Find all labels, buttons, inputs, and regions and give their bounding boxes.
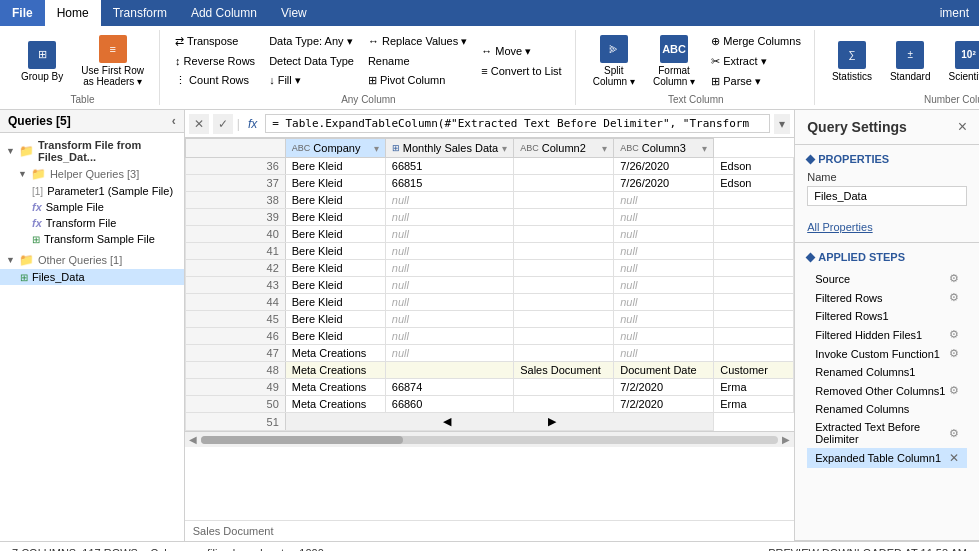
step-item[interactable]: Renamed Columns1 bbox=[807, 363, 967, 381]
table-cell: null bbox=[614, 260, 714, 277]
company-cell: Bere Kleid bbox=[285, 192, 385, 209]
rename-button[interactable]: Rename bbox=[363, 52, 472, 70]
sidebar-item-transform-sample[interactable]: ⊞ Transform Sample File bbox=[0, 231, 184, 247]
col4-cell bbox=[714, 209, 794, 226]
scroll-right-btn[interactable]: ▶ bbox=[782, 434, 790, 445]
col-header-company[interactable]: ABC Company ▾ bbox=[285, 139, 385, 158]
merge-columns-button[interactable]: ⊕ Merge Columns bbox=[706, 32, 806, 51]
col2-cell bbox=[514, 379, 614, 396]
sidebar-item-transform-file[interactable]: fx Transform File bbox=[0, 215, 184, 231]
name-input[interactable] bbox=[807, 186, 967, 206]
count-rows-button[interactable]: ⋮ Count Rows bbox=[170, 71, 260, 90]
gear-icon[interactable]: ⚙ bbox=[949, 328, 959, 341]
step-label: Source bbox=[815, 273, 850, 285]
sidebar-collapse-btn[interactable]: ‹ bbox=[172, 114, 176, 128]
fill-button[interactable]: ↓ Fill ▾ bbox=[264, 71, 359, 90]
col2-cell bbox=[514, 175, 614, 192]
folder-icon-2: 📁 bbox=[31, 167, 46, 181]
sidebar-item-files-data[interactable]: ⊞ Files_Data bbox=[0, 269, 184, 285]
step-item[interactable]: Invoke Custom Function1 ⚙ bbox=[807, 344, 967, 363]
data-type-button[interactable]: Data Type: Any ▾ bbox=[264, 32, 359, 51]
step-label: Filtered Hidden Files1 bbox=[815, 329, 922, 341]
transpose-button[interactable]: ⇄ Transpose bbox=[170, 32, 260, 51]
formula-back-btn[interactable]: ✕ bbox=[189, 114, 209, 134]
gear-icon[interactable]: ⚙ bbox=[949, 347, 959, 360]
standard-button[interactable]: ± Standard bbox=[883, 36, 938, 87]
step-icons: ⚙ bbox=[949, 384, 959, 397]
name-label: Name bbox=[807, 171, 967, 183]
step-icons: ⚙ bbox=[949, 347, 959, 360]
col-filter-col3[interactable]: ▾ bbox=[702, 143, 707, 154]
right-panel-close-btn[interactable]: × bbox=[958, 118, 967, 136]
table-cell: null bbox=[385, 209, 513, 226]
table-icon-transform-sample: ⊞ bbox=[32, 234, 40, 245]
convert-to-list-button[interactable]: ≡ Convert to List bbox=[476, 62, 566, 80]
col-filter-company[interactable]: ▾ bbox=[374, 143, 379, 154]
col-filter-col2[interactable]: ▾ bbox=[602, 143, 607, 154]
format-column-button[interactable]: ABC FormatColumn ▾ bbox=[646, 30, 702, 92]
formula-input[interactable] bbox=[265, 114, 770, 133]
gear-icon[interactable]: ⚙ bbox=[949, 384, 959, 397]
step-item[interactable]: Expanded Table Column1 ✕ bbox=[807, 448, 967, 468]
sidebar-section-transform[interactable]: ▼ 📁 Transform File from Files_Dat... bbox=[0, 137, 184, 165]
col2-cell bbox=[514, 158, 614, 175]
row-num: 39 bbox=[185, 209, 285, 226]
all-properties-link[interactable]: All Properties bbox=[807, 221, 872, 233]
col-filter-monthly[interactable]: ▾ bbox=[502, 143, 507, 154]
col-header-col2[interactable]: ABC Column2 ▾ bbox=[514, 139, 614, 158]
step-item[interactable]: Filtered Hidden Files1 ⚙ bbox=[807, 325, 967, 344]
step-item[interactable]: Extracted Text Before Delimiter ⚙ bbox=[807, 418, 967, 448]
reverse-rows-button[interactable]: ↕ Reverse Rows bbox=[170, 52, 260, 70]
step-label: Expanded Table Column1 bbox=[815, 452, 941, 464]
formula-expand-btn[interactable]: ▾ bbox=[774, 114, 790, 134]
tab-view[interactable]: View bbox=[269, 0, 319, 26]
table-cell: null bbox=[385, 243, 513, 260]
gear-icon[interactable]: ⚙ bbox=[949, 427, 959, 440]
tab-file[interactable]: File bbox=[0, 0, 45, 26]
scroll-track-h[interactable] bbox=[201, 436, 778, 444]
data-table-container[interactable]: ABC Company ▾ ⊞ Monthly Sales Data ▾ bbox=[185, 138, 794, 520]
step-item[interactable]: Filtered Rows1 bbox=[807, 307, 967, 325]
col-header-monthly[interactable]: ⊞ Monthly Sales Data ▾ bbox=[385, 139, 513, 158]
scroll-left-btn[interactable]: ◀ bbox=[189, 434, 197, 445]
col-header-col3[interactable]: ABC Column3 ▾ bbox=[614, 139, 714, 158]
sidebar-section-other[interactable]: ▼ 📁 Other Queries [1] bbox=[0, 251, 184, 269]
gear-icon[interactable]: ⚙ bbox=[949, 291, 959, 304]
formula-confirm-btn[interactable]: ✓ bbox=[213, 114, 233, 134]
step-item[interactable]: Source ⚙ bbox=[807, 269, 967, 288]
use-first-row-button[interactable]: ≡ Use First Rowas Headers ▾ bbox=[74, 30, 151, 92]
col4-cell bbox=[714, 260, 794, 277]
ribbon-body: ⊞ Group By ≡ Use First Rowas Headers ▾ T… bbox=[0, 26, 979, 109]
move-button[interactable]: ↔ Move ▾ bbox=[476, 42, 566, 61]
col4-cell: Erma bbox=[714, 396, 794, 413]
sidebar-section-helper[interactable]: ▼ 📁 Helper Queries [3] bbox=[0, 165, 184, 183]
extract-button[interactable]: ✂ Extract ▾ bbox=[706, 52, 806, 71]
replace-values-button[interactable]: ↔ Replace Values ▾ bbox=[363, 32, 472, 51]
statistics-button[interactable]: ∑ Statistics bbox=[825, 36, 879, 87]
tab-home[interactable]: Home bbox=[45, 0, 101, 26]
step-close-btn[interactable]: ✕ bbox=[949, 451, 959, 465]
col2-cell bbox=[514, 243, 614, 260]
chevron-down-icon-3: ▼ bbox=[6, 255, 15, 265]
row-num: 38 bbox=[185, 192, 285, 209]
step-item[interactable]: Renamed Columns bbox=[807, 400, 967, 418]
gear-icon[interactable]: ⚙ bbox=[949, 272, 959, 285]
step-item[interactable]: Filtered Rows ⚙ bbox=[807, 288, 967, 307]
tab-add-column[interactable]: Add Column bbox=[179, 0, 269, 26]
sidebar-item-sample-file[interactable]: fx Sample File bbox=[0, 199, 184, 215]
sidebar-label-helper: Helper Queries [3] bbox=[50, 168, 139, 180]
row-num: 44 bbox=[185, 294, 285, 311]
scientific-button[interactable]: 10² Scientific bbox=[942, 36, 980, 87]
tab-transform[interactable]: Transform bbox=[101, 0, 179, 26]
col2-cell bbox=[514, 260, 614, 277]
ribbon-tab-bar: File Home Transform Add Column View imen… bbox=[0, 0, 979, 26]
step-item[interactable]: Removed Other Columns1 ⚙ bbox=[807, 381, 967, 400]
split-column-button[interactable]: ⫸ SplitColumn ▾ bbox=[586, 30, 642, 92]
scroll-bar-h[interactable]: ◀ ▶ bbox=[185, 431, 794, 447]
sidebar-item-parameter1[interactable]: [1] Parameter1 (Sample File) bbox=[0, 183, 184, 199]
detect-data-type-button[interactable]: Detect Data Type bbox=[264, 52, 359, 70]
main-area: Queries [5] ‹ ▼ 📁 Transform File from Fi… bbox=[0, 110, 979, 541]
group-by-button[interactable]: ⊞ Group By bbox=[14, 36, 70, 87]
pivot-column-button[interactable]: ⊞ Pivot Column bbox=[363, 71, 472, 90]
parse-button[interactable]: ⊞ Parse ▾ bbox=[706, 72, 806, 91]
